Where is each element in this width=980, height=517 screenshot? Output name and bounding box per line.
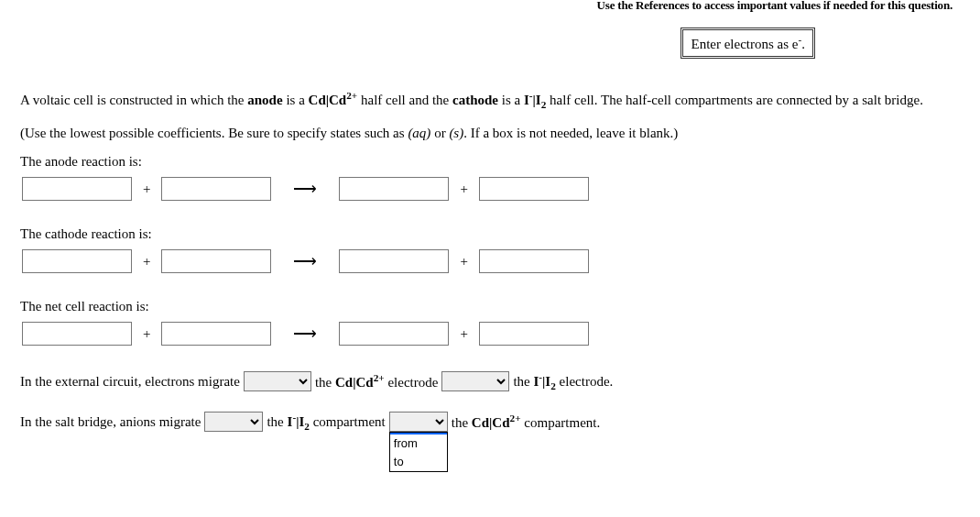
hint-text-suffix: . xyxy=(801,37,805,51)
cathode-product-2[interactable] xyxy=(479,249,589,273)
question-paragraph: A voltaic cell is constructed in which t… xyxy=(20,87,960,113)
cathode-label: The cathode reaction is: xyxy=(20,226,960,242)
hint-text-prefix: Enter electrons as e xyxy=(691,37,798,51)
species-i: I-|I2 xyxy=(524,93,546,107)
hint-box: Enter electrons as e-. xyxy=(681,28,815,59)
anion-direction-2-select[interactable] xyxy=(389,412,448,432)
net-reactant-2[interactable] xyxy=(161,322,271,346)
bold-cathode: cathode xyxy=(452,93,498,107)
arrow-icon: ⟶ xyxy=(277,324,333,344)
net-product-1[interactable] xyxy=(339,322,449,346)
electron-direction-2-select[interactable] xyxy=(441,371,509,391)
cathode-reactant-1[interactable] xyxy=(22,249,132,273)
net-product-2[interactable] xyxy=(479,322,589,346)
dropdown-option-from[interactable]: from xyxy=(390,434,447,453)
plus-sign: + xyxy=(454,326,473,342)
net-label: The net cell reaction is: xyxy=(20,299,960,314)
cathode-product-1[interactable] xyxy=(339,249,449,273)
cathode-reactant-2[interactable] xyxy=(161,249,271,273)
plus-sign: + xyxy=(137,254,156,270)
plus-sign: + xyxy=(454,254,473,270)
page-header-cutoff: Use the References to access important v… xyxy=(597,0,953,13)
dropdown-list-open[interactable]: from to xyxy=(389,432,448,472)
plus-sign: + xyxy=(137,326,156,342)
anode-label: The anode reaction is: xyxy=(20,154,960,170)
cathode-equation: + ⟶ + xyxy=(22,249,960,273)
electron-direction-1-select[interactable] xyxy=(244,371,311,391)
anode-product-2[interactable] xyxy=(479,177,589,201)
arrow-icon: ⟶ xyxy=(277,179,333,199)
anode-product-1[interactable] xyxy=(339,177,449,201)
dropdown-option-to[interactable]: to xyxy=(390,453,447,471)
anode-reactant-2[interactable] xyxy=(161,177,271,201)
anode-reactant-1[interactable] xyxy=(22,177,132,201)
arrow-icon: ⟶ xyxy=(277,251,333,271)
electron-migration-row: In the external circuit, electrons migra… xyxy=(20,371,960,391)
anion-direction-1-select[interactable] xyxy=(204,412,263,432)
question-content: A voltaic cell is constructed in which t… xyxy=(0,0,980,432)
species-cd: Cd|Cd2+ xyxy=(309,93,358,107)
plus-sign: + xyxy=(454,182,473,197)
instruction-paragraph: (Use the lowest possible coefficients. B… xyxy=(20,126,960,141)
anion-migration-row: In the salt bridge, anions migrate the I… xyxy=(20,412,960,432)
plus-sign: + xyxy=(137,182,156,197)
net-reactant-1[interactable] xyxy=(22,322,132,346)
bold-anode: anode xyxy=(247,93,282,107)
net-equation: + ⟶ + xyxy=(22,322,960,346)
anode-equation: + ⟶ + xyxy=(22,177,960,201)
